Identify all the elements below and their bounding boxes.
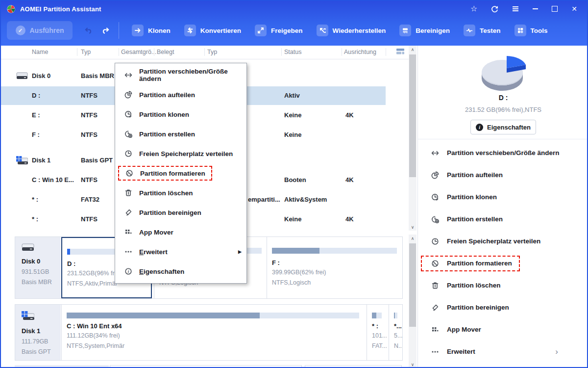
restore-icon	[317, 25, 328, 36]
app-mover-icon	[124, 228, 133, 236]
redo-icon[interactable]	[101, 27, 110, 34]
menu-item-allocate[interactable]: Freien Speicherplatz verteilen	[115, 144, 246, 163]
allocate-space-icon	[430, 237, 440, 245]
column-header-status[interactable]: Status	[284, 49, 301, 55]
sidebar: D : 231.52 GB(96% frei),NTFS i Eigenscha…	[417, 46, 588, 367]
scroll-up-icon[interactable]: ∧	[409, 46, 416, 53]
sidebar-item-appmover[interactable]: App Mover	[418, 318, 588, 341]
close-button[interactable]: ✕	[571, 5, 577, 12]
column-header-align[interactable]: Ausrichtung	[344, 49, 376, 55]
menu-icon[interactable]	[512, 6, 519, 12]
menu-item-create[interactable]: Partition erstellen	[115, 124, 246, 144]
sidebar-item-allocate[interactable]: Freien Speicherplatz verteilen	[418, 230, 588, 252]
scrollbar-thumb[interactable]	[409, 54, 416, 177]
sidebar-menu: Partition verschieben/Größe ändern Parti…	[418, 142, 588, 363]
disk0-info[interactable]: Disk 0 931.51GB Basis MBR	[15, 237, 61, 298]
disk1-card: Disk 1 111.79GB Basis GPT C : Win 10 Ent…	[15, 304, 403, 361]
convert-icon	[184, 25, 196, 36]
split-partition-icon	[124, 91, 133, 99]
toolbar-restore-button[interactable]: Wiederherstellen	[317, 25, 386, 36]
sidebar-item-advanced[interactable]: Erweitert ›	[418, 341, 588, 363]
wipe-partition-icon	[124, 209, 133, 216]
column-header-typ[interactable]: Typ	[81, 49, 91, 55]
scroll-up-icon[interactable]: ∧	[409, 235, 416, 242]
table-scrollbar[interactable]: ∧ ∨	[409, 46, 416, 231]
scroll-down-icon[interactable]: ∨	[409, 223, 416, 231]
sidebar-partition-info: 231.52 GB(96% frei),NTFS	[418, 106, 588, 113]
menu-item-advanced[interactable]: Erweitert ▶	[115, 242, 246, 262]
properties-button[interactable]: i Eigenschaften	[470, 120, 536, 134]
partition-block-c[interactable]: C : Win 10 Ent x64 111.12GB(34% frei) NT…	[61, 305, 364, 360]
partition-pie-chart	[473, 53, 533, 94]
sync-icon[interactable]	[491, 5, 498, 13]
disk-windows-icon	[16, 156, 28, 167]
info-icon: i	[476, 124, 483, 131]
toolbar-test-button[interactable]: Testen	[464, 25, 501, 36]
disk-icon	[16, 72, 28, 81]
apply-button[interactable]: ✓ Ausführen	[7, 21, 73, 40]
format-partition-icon	[430, 260, 440, 267]
disk1-info[interactable]: Disk 1 111.79GB Basis GPT	[15, 305, 61, 360]
undo-icon[interactable]	[84, 27, 93, 34]
scrollbar-thumb[interactable]	[409, 243, 416, 327]
usage-bar	[272, 248, 397, 254]
create-partition-icon	[430, 215, 440, 223]
sidebar-item-format[interactable]: Partition formatieren	[418, 252, 588, 274]
menu-item-resize[interactable]: Partition verschieben/Größe ändern	[115, 65, 246, 85]
app-mover-icon	[430, 326, 440, 334]
chevron-right-icon: ›	[555, 347, 558, 357]
column-header-used[interactable]: Belegt	[157, 49, 174, 55]
usage-bar	[394, 313, 397, 318]
check-icon: ✓	[16, 26, 25, 35]
toolbar-convert-button[interactable]: Konvertieren	[184, 25, 241, 36]
sidebar-item-create[interactable]: Partition erstellen	[418, 208, 588, 230]
delete-partition-icon	[124, 189, 133, 197]
resize-icon	[124, 71, 133, 79]
partition-block-f[interactable]: F : 399.99GB(62% frei) NTFS,Logisch	[267, 237, 402, 298]
usage-bar	[67, 313, 359, 318]
sidebar-partition-name: D :	[418, 94, 588, 102]
toolbar-share-button[interactable]: Freigeben	[255, 25, 303, 36]
menu-item-clone[interactable]: Partition klonen	[115, 105, 246, 124]
menu-item-delete[interactable]: Partition löschen	[115, 183, 246, 203]
sidebar-item-wipe[interactable]: Partition bereinigen	[418, 296, 588, 318]
column-header-typ2[interactable]: Typ	[207, 49, 217, 55]
format-highlight-box: Partition formatieren	[118, 166, 212, 181]
window-title: AOMEI Partition Assistant	[20, 5, 101, 13]
resize-icon	[430, 149, 440, 157]
sidebar-item-split[interactable]: Partition aufteilen	[418, 164, 588, 186]
menu-item-wipe[interactable]: Partition bereinigen	[115, 203, 246, 222]
favorite-star-icon[interactable]: ☆	[470, 5, 477, 13]
scroll-down-icon[interactable]: ∨	[409, 361, 416, 368]
minimize-button[interactable]	[533, 8, 538, 9]
column-settings-icon[interactable]	[396, 48, 405, 57]
toolbar-wipe-button[interactable]: Bereinigen	[399, 25, 450, 36]
menu-item-split[interactable]: Partition aufteilen	[115, 85, 246, 105]
create-partition-icon	[124, 130, 133, 138]
context-menu: Partition verschieben/Größe ändern Parti…	[115, 63, 247, 284]
submenu-arrow-icon: ▶	[238, 249, 242, 254]
disks-scrollbar[interactable]: ∧ ∨	[409, 235, 416, 368]
toolbar-tools-button[interactable]: Tools	[514, 25, 548, 36]
menu-item-properties[interactable]: i Eigenschaften	[115, 262, 246, 281]
maximize-button[interactable]	[552, 6, 558, 12]
disk-windows-icon	[22, 311, 34, 321]
sidebar-item-resize[interactable]: Partition verschieben/Größe ändern	[418, 142, 588, 164]
column-header-size[interactable]: Gesamtgrö...	[121, 49, 156, 55]
menu-item-format[interactable]: Partition formatieren	[115, 163, 246, 183]
wipe-partition-icon	[430, 304, 440, 312]
sidebar-item-delete[interactable]: Partition löschen	[418, 274, 588, 296]
toolbar-clone-button[interactable]: Klonen	[132, 25, 171, 36]
clone-partition-icon	[124, 110, 133, 118]
partition-block-small2[interactable]: *... 5... N...	[389, 305, 402, 360]
more-icon	[124, 248, 133, 256]
column-header-name[interactable]: Name	[32, 49, 48, 55]
sidebar-item-clone[interactable]: Partition klonen	[418, 186, 588, 208]
toolbar: ✓ Ausführen	[1, 17, 587, 44]
format-highlight-box: Partition formatieren	[421, 256, 520, 271]
partition-block-small1[interactable]: * : 101... FAT...	[367, 305, 387, 360]
menu-item-appmover[interactable]: App Mover	[115, 222, 246, 242]
header: AOMEI Partition Assistant ☆ ✕	[1, 1, 587, 46]
toolbar-separator	[119, 22, 119, 39]
wipe-icon	[399, 25, 411, 36]
